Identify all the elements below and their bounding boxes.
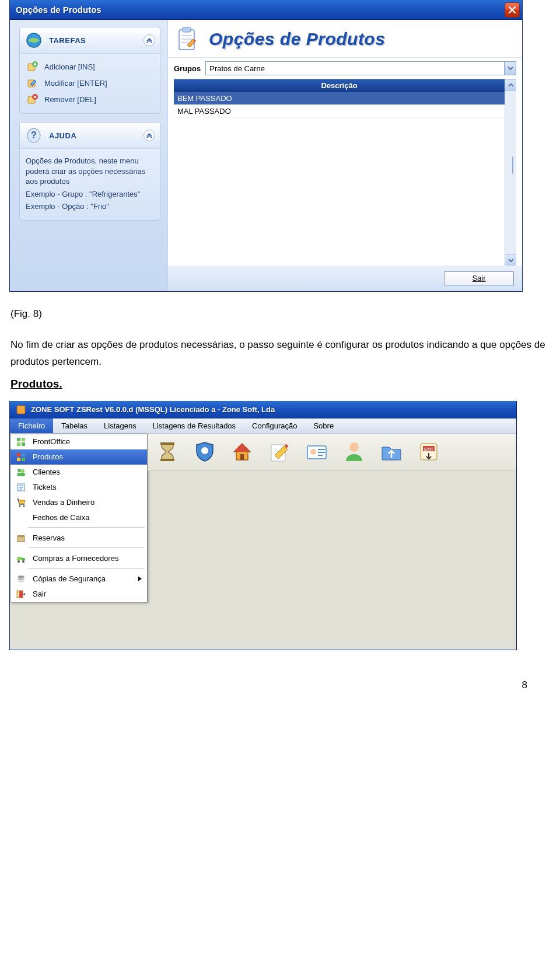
menu-item-copias[interactable]: Cópias de Segurança [10, 571, 147, 587]
task-modify[interactable]: Modificar [ENTER] [26, 75, 154, 91]
toolbar-shield[interactable] [188, 437, 221, 467]
menu-item-sair[interactable]: Sair [10, 587, 147, 602]
menu-ficheiro[interactable]: Ficheiro [10, 419, 53, 433]
svg-point-32 [18, 578, 24, 580]
svg-rect-12 [17, 438, 20, 441]
menu-label: Listagens de Resultados [153, 421, 236, 430]
svg-rect-44 [318, 452, 325, 453]
hourglass-icon [156, 440, 179, 463]
scroll-down-button[interactable] [505, 254, 516, 266]
svg-rect-17 [22, 453, 25, 456]
help-line: Exemplo - Opção : "Frio" [26, 201, 154, 212]
table-row[interactable]: MAL PASSADO [174, 105, 505, 118]
svg-rect-26 [18, 536, 24, 542]
toolbar-exit[interactable]: EXIT [412, 437, 445, 467]
svg-text:EXIT: EXIT [424, 447, 433, 451]
main-area: Opções de Produtos Grupos Pratos de Carn… [167, 20, 522, 291]
menu-item-produtos[interactable]: Produtos [10, 449, 147, 465]
menu-item-label: Clientes [33, 468, 60, 476]
globe-icon [24, 31, 43, 50]
help-panel-title: AJUDA [49, 131, 76, 140]
scrollbar[interactable] [505, 79, 516, 266]
scroll-up-button[interactable] [505, 79, 516, 91]
options-window: Opções de Produtos TAREFAS [9, 0, 523, 292]
menu-item-reservas[interactable]: Reservas [10, 531, 147, 546]
dropdown-button[interactable] [504, 62, 516, 75]
toolbar-idcard[interactable] [300, 437, 333, 467]
svg-point-20 [18, 469, 21, 472]
figure-caption: (Fig. 8) [10, 306, 551, 323]
menu-label: Ficheiro [18, 421, 45, 430]
menu-item-tickets[interactable]: Tickets [10, 480, 147, 495]
collapse-button[interactable] [144, 34, 155, 46]
task-label: Modificar [ENTER] [44, 79, 107, 88]
table: Descrição BEM PASSADO MAL PASSADO [174, 79, 516, 266]
edit-icon [27, 77, 38, 89]
menu-item-frontoffice[interactable]: FrontOffice [10, 434, 147, 449]
toolbar-person[interactable] [338, 437, 370, 467]
menu-item-clientes[interactable]: Clientes [10, 465, 147, 480]
menu-item-vendas[interactable]: Vendas a Dinheiro [10, 495, 147, 510]
menu-item-label: Compras a Fornecedores [33, 554, 118, 563]
menu-item-label: Tickets [33, 483, 57, 491]
svg-point-38 [201, 447, 208, 454]
task-label: Adicionar [INS] [44, 62, 95, 71]
window-titlebar: ZONE SOFT ZSRest V6.0.0.d (MSSQL) Licenc… [10, 401, 516, 419]
svg-rect-22 [17, 473, 25, 476]
chevron-up-icon [508, 82, 514, 88]
window-title: Opções de Produtos [16, 5, 102, 15]
toolbar-pencil[interactable] [263, 437, 296, 467]
menu-item-label: Sair [33, 590, 46, 598]
svg-rect-10 [183, 27, 191, 32]
paragraph: No fim de criar as opções de produtos ne… [10, 337, 551, 371]
toolbar-hourglass[interactable] [151, 437, 184, 467]
section-heading: Produtos. [10, 378, 551, 390]
menu-configuracao[interactable]: Configuração [244, 419, 305, 433]
svg-point-33 [18, 580, 24, 583]
svg-rect-28 [17, 557, 22, 560]
svg-rect-15 [22, 442, 25, 446]
menu-listagens-resultados[interactable]: Listagens de Resultados [145, 419, 244, 433]
svg-rect-27 [18, 535, 24, 537]
menu-item-label: FrontOffice [33, 437, 70, 446]
pencil-icon [268, 440, 291, 463]
svg-rect-36 [160, 442, 174, 445]
lines-icon [15, 482, 27, 493]
svg-rect-35 [19, 591, 23, 598]
menu-sobre[interactable]: Sobre [305, 419, 342, 433]
exit-button[interactable]: Sair [444, 271, 514, 285]
house-icon [230, 440, 254, 463]
exit-label: Sair [472, 274, 485, 283]
person-icon [342, 440, 366, 463]
menu-item-label: Cópias de Segurança [33, 574, 106, 583]
menu-item-label: Fechos de Caixa [33, 513, 90, 522]
work-area: FrontOffice Produtos Clientes Tickets Ve… [10, 434, 516, 650]
footer: Sair [168, 266, 522, 291]
svg-point-24 [19, 505, 21, 507]
task-remove[interactable]: Remover [DEL] [26, 91, 154, 107]
menu-tabelas[interactable]: Tabelas [53, 419, 96, 433]
svg-rect-19 [22, 458, 25, 461]
grupos-combo[interactable]: Pratos de Carne [205, 61, 516, 75]
menubar: Ficheiro Tabelas Listagens Listagens de … [10, 419, 516, 434]
task-add[interactable]: Adicionar [INS] [26, 58, 154, 75]
menu-listagens[interactable]: Listagens [96, 419, 145, 433]
chevron-up-icon [146, 132, 152, 138]
svg-point-30 [22, 560, 24, 563]
window-title: ZONE SOFT ZSRest V6.0.0.d (MSSQL) Licenc… [31, 405, 275, 414]
scroll-thumb[interactable] [512, 156, 513, 174]
toolbar-folder-up[interactable] [375, 437, 408, 467]
menu-item-label: Produtos [33, 452, 63, 461]
table-row[interactable]: BEM PASSADO [174, 92, 505, 105]
grupos-row: Grupos Pratos de Carne [168, 58, 522, 79]
svg-rect-11 [17, 406, 25, 414]
close-button[interactable] [505, 2, 520, 18]
collapse-button[interactable] [144, 130, 155, 141]
toolbar-house[interactable] [226, 437, 258, 467]
menu-item-fechos[interactable]: Fechos de Caixa [10, 510, 147, 525]
toolbar: EXIT [148, 434, 516, 471]
chevron-down-icon [508, 65, 513, 71]
exit-red-icon: EXIT [417, 440, 440, 463]
menu-item-compras[interactable]: Compras a Fornecedores [10, 551, 147, 566]
zsrest-window: ZONE SOFT ZSRest V6.0.0.d (MSSQL) Licenc… [9, 401, 517, 650]
